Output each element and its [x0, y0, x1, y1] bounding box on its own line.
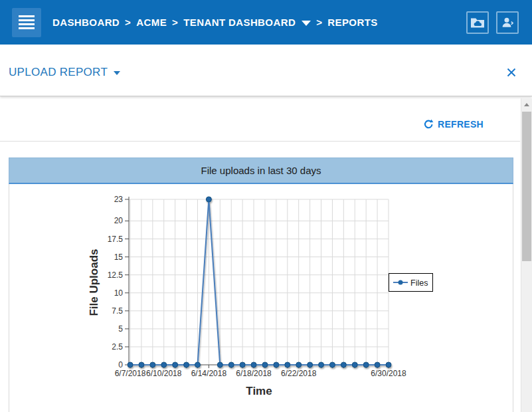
data-point[interactable]: [363, 362, 369, 367]
close-icon: [505, 66, 517, 78]
data-point[interactable]: [308, 362, 313, 367]
svg-text:6/14/2018: 6/14/2018: [191, 369, 227, 378]
breadcrumb-item-dashboard[interactable]: DASHBOARD: [52, 17, 120, 28]
file-uploads-line-chart: 02.557.51012.51517.520236/7/20186/10/201…: [9, 184, 513, 410]
vertical-scrollbar[interactable]: [521, 98, 532, 412]
data-point[interactable]: [217, 362, 222, 367]
card-title: File uploads in last 30 days: [201, 165, 321, 176]
topbar-actions: [466, 11, 519, 34]
card-header: File uploads in last 30 days: [9, 157, 513, 184]
svg-text:17.5: 17.5: [108, 235, 124, 244]
chevron-right-icon: [511, 21, 513, 24]
user-icon: [501, 17, 514, 29]
report-content: REFRESH File uploads in last 30 days 02.…: [0, 97, 532, 412]
data-point[interactable]: [128, 362, 133, 367]
app-window: DASHBOARD > ACME > TENANT DASHBOARD > RE…: [0, 0, 532, 412]
breadcrumb-separator: >: [125, 17, 131, 28]
cloud-folder-icon: [470, 17, 485, 29]
card-body: 02.557.51012.51517.520236/7/20186/10/201…: [9, 184, 513, 412]
data-point[interactable]: [240, 362, 245, 367]
data-point[interactable]: [352, 362, 357, 367]
breadcrumb-separator: >: [316, 17, 322, 28]
svg-text:23: 23: [114, 195, 124, 204]
svg-text:7.5: 7.5: [112, 306, 123, 316]
top-navigation-bar: DASHBOARD > ACME > TENANT DASHBOARD > RE…: [0, 0, 532, 45]
cloud-folder-button[interactable]: [466, 11, 489, 34]
svg-text:6/22/2018: 6/22/2018: [281, 369, 317, 378]
data-point[interactable]: [285, 362, 290, 367]
hamburger-menu-button[interactable]: [12, 8, 41, 37]
svg-text:6/7/2018: 6/7/2018: [115, 369, 146, 378]
data-point[interactable]: [375, 362, 380, 367]
breadcrumb-item-reports[interactable]: REPORTS: [327, 17, 377, 28]
data-point[interactable]: [228, 362, 234, 367]
scrollbar-up-button[interactable]: [521, 98, 532, 110]
scroll-up-arrow-icon: [524, 103, 529, 106]
svg-text:15: 15: [114, 253, 124, 262]
data-point[interactable]: [262, 362, 268, 367]
chart-gridlines: [129, 199, 389, 365]
data-point[interactable]: [296, 362, 302, 367]
refresh-button[interactable]: REFRESH: [423, 119, 484, 130]
series-files: [128, 197, 391, 367]
data-point[interactable]: [173, 362, 178, 367]
chart-legend[interactable]: Files: [389, 274, 433, 292]
file-uploads-card: File uploads in last 30 days 02.557.5101…: [9, 158, 513, 412]
breadcrumb-separator: >: [172, 17, 178, 28]
svg-text:0: 0: [118, 360, 123, 369]
scrollbar-thumb[interactable]: [522, 112, 531, 261]
upload-report-dropdown[interactable]: UPLOAD REPORT: [9, 66, 120, 79]
breadcrumb-item-tenant-dashboard[interactable]: TENANT DASHBOARD: [183, 17, 296, 28]
user-menu-button[interactable]: [496, 11, 519, 34]
svg-text:20: 20: [114, 216, 124, 225]
chevron-down-icon: [114, 71, 120, 75]
data-point[interactable]: [150, 362, 155, 367]
series-line: [130, 199, 389, 365]
data-point[interactable]: [139, 362, 144, 367]
legend-label: Files: [410, 278, 428, 288]
svg-text:2.5: 2.5: [112, 342, 123, 352]
refresh-icon: [423, 119, 434, 130]
svg-text:6/30/2018: 6/30/2018: [371, 369, 406, 378]
y-axis-title: File Uploads: [88, 249, 100, 316]
data-point[interactable]: [274, 362, 279, 367]
breadcrumb: DASHBOARD > ACME > TENANT DASHBOARD > RE…: [52, 17, 378, 28]
breadcrumb-dropdown-caret-icon[interactable]: [302, 21, 311, 26]
x-axis-tick-labels: 6/7/20186/10/20186/14/20186/18/20186/22/…: [115, 369, 406, 378]
data-point[interactable]: [161, 362, 167, 367]
breadcrumb-item-acme[interactable]: ACME: [136, 17, 167, 28]
svg-text:6/18/2018: 6/18/2018: [236, 369, 272, 378]
x-axis-title: Time: [246, 385, 272, 397]
data-point[interactable]: [251, 362, 256, 367]
svg-text:12.5: 12.5: [108, 270, 124, 280]
report-toolbar: UPLOAD REPORT: [0, 45, 532, 96]
data-point[interactable]: [206, 197, 211, 202]
data-point[interactable]: [195, 362, 200, 367]
refresh-label: REFRESH: [438, 119, 484, 130]
close-button[interactable]: [505, 66, 517, 78]
upload-report-label: UPLOAD REPORT: [9, 66, 108, 79]
svg-text:10: 10: [114, 288, 124, 298]
svg-text:6/10/2018: 6/10/2018: [146, 369, 182, 378]
chart-axes: [125, 197, 391, 368]
data-point[interactable]: [329, 362, 335, 367]
data-point[interactable]: [386, 362, 391, 367]
svg-text:5: 5: [118, 324, 123, 334]
data-point[interactable]: [341, 362, 346, 367]
hamburger-menu-icon: [19, 15, 35, 17]
data-point[interactable]: [184, 362, 189, 367]
y-axis-tick-labels: 02.557.51012.51517.52023: [108, 195, 124, 369]
data-point[interactable]: [319, 362, 324, 367]
section-divider: [0, 141, 520, 142]
